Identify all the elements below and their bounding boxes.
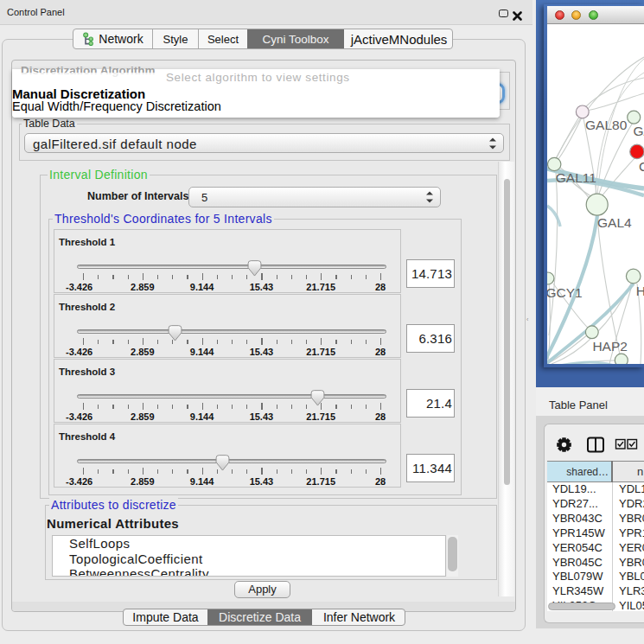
svg-text:HAP2: HAP2 (592, 339, 628, 354)
svg-text:GAL: GAL (634, 124, 644, 138)
svg-text:GCY1: GCY1 (547, 285, 583, 300)
svg-text:GAL11: GAL11 (556, 170, 596, 185)
svg-text:GAL4: GAL4 (597, 215, 632, 230)
svg-text:H: H (636, 284, 644, 298)
svg-text:GAL80: GAL80 (585, 118, 628, 132)
svg-text:C: C (639, 159, 644, 174)
